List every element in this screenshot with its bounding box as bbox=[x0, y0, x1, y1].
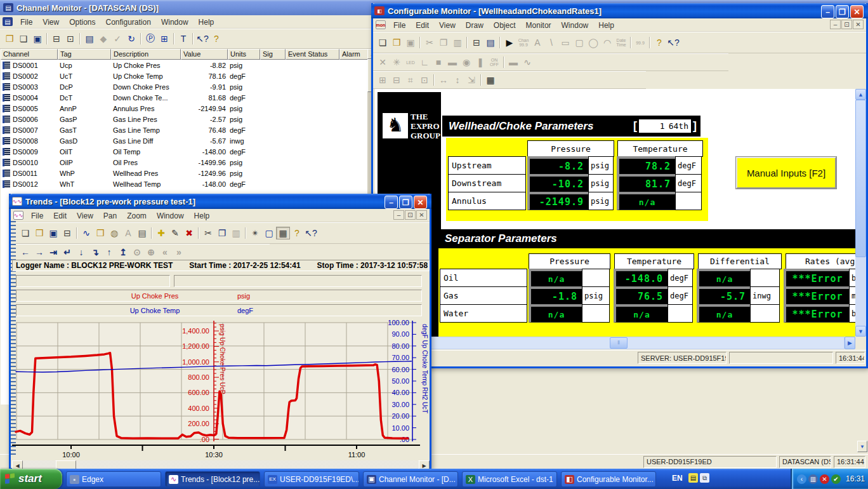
p-circle-icon[interactable]: Ⓟ bbox=[143, 32, 157, 45]
edit-trace-icon[interactable]: ✎ bbox=[168, 227, 182, 239]
zoom-icon[interactable]: ⊙ bbox=[130, 246, 144, 258]
delete-value-icon[interactable]: 99.9 bbox=[633, 36, 647, 49]
open-icon[interactable]: ❒ bbox=[3, 32, 16, 45]
taskbar-button-channel-monitor-d[interactable]: ▣Channel Monitor - [D... bbox=[363, 471, 458, 487]
menu-item-object[interactable]: Object bbox=[489, 20, 521, 31]
window-switch-icon[interactable]: ⧉ bbox=[700, 473, 709, 483]
table-view-icon[interactable]: ▦ bbox=[276, 227, 290, 239]
add-trace-icon[interactable]: ✚ bbox=[154, 227, 168, 239]
notes-icon[interactable]: ▤ bbox=[135, 227, 149, 239]
menu-item-view[interactable]: View bbox=[37, 17, 64, 28]
save-icon[interactable]: ▣ bbox=[46, 227, 60, 239]
pan-end-icon[interactable]: ⇥ bbox=[46, 246, 60, 258]
start-button[interactable]: start bbox=[0, 469, 62, 489]
taskbar-button-configurable-monitor[interactable]: ◧Configurable Monitor... bbox=[561, 471, 656, 487]
context-help-icon[interactable]: ↖? bbox=[666, 36, 680, 49]
menu-item-file[interactable]: File bbox=[388, 20, 411, 31]
maximize-button[interactable]: ❐ bbox=[836, 5, 849, 18]
scroll-down-button[interactable]: ▼ bbox=[855, 326, 866, 337]
mdi-close-button[interactable]: ✕ bbox=[416, 210, 427, 220]
horizontal-scrollbar[interactable]: ◀ ⦀ ▶ bbox=[373, 337, 855, 349]
mdi-minimize-button[interactable]: – bbox=[830, 20, 841, 29]
same-width-icon[interactable]: ↔ bbox=[437, 74, 450, 86]
table-row-ds0006[interactable]: DS0006GasPGas Line Pres-2.57psig bbox=[1, 114, 378, 124]
manual-inputs-button[interactable]: Manual Inputs [F2] bbox=[736, 157, 836, 189]
pan-left-icon[interactable]: ← bbox=[18, 246, 32, 258]
dial-gauge-icon[interactable]: ✕ bbox=[376, 56, 390, 69]
open-logger-icon[interactable]: ❒ bbox=[93, 227, 107, 239]
diamond-icon[interactable]: ◆ bbox=[96, 32, 110, 45]
indicator-icon[interactable]: ◉ bbox=[459, 56, 473, 69]
menu-item-edit[interactable]: Edit bbox=[411, 20, 434, 31]
mdi-scroll-down-button[interactable]: ▼ bbox=[857, 441, 867, 452]
text-tool-icon[interactable]: A bbox=[530, 36, 544, 49]
menu-item-configuration[interactable]: Configuration bbox=[101, 17, 156, 28]
column-header-alarm[interactable]: Alarm bbox=[339, 49, 369, 60]
menu-item-window[interactable]: Window bbox=[152, 210, 189, 222]
menu-item-draw[interactable]: Draw bbox=[461, 20, 489, 31]
sun-gauge-icon[interactable]: ✳ bbox=[390, 56, 404, 69]
language-indicator[interactable]: EN bbox=[672, 474, 683, 483]
table-row-ds0001[interactable]: DS0001UcpUp Choke Pres-8.82psig bbox=[1, 60, 378, 70]
snap-grid-icon[interactable]: ▦ bbox=[483, 74, 497, 86]
new-icon[interactable]: ❏ bbox=[16, 32, 30, 45]
forward-icon[interactable]: » bbox=[172, 246, 186, 258]
paste-icon[interactable]: ▥ bbox=[229, 227, 243, 239]
arc-tool-icon[interactable]: ◠ bbox=[600, 36, 614, 49]
pointer-icon[interactable]: ▶ bbox=[503, 36, 516, 49]
help-icon[interactable]: ? bbox=[290, 227, 304, 239]
align-top-icon[interactable]: ⌗ bbox=[404, 74, 418, 86]
cut-icon[interactable]: ✂ bbox=[423, 36, 437, 49]
column-header-sig[interactable]: Sig bbox=[260, 49, 286, 60]
column-header-units[interactable]: Units bbox=[228, 49, 260, 60]
wizard-icon[interactable]: ✴ bbox=[248, 227, 262, 239]
menu-item-view[interactable]: View bbox=[434, 20, 461, 31]
mdi-close-button[interactable]: ✕ bbox=[853, 20, 864, 29]
display-network-icon[interactable]: ▥ bbox=[808, 474, 818, 484]
table-row-ds0011[interactable]: DS0011WhPWellhead Pres-1249.96psig bbox=[1, 168, 378, 178]
table-row-ds0007[interactable]: DS0007GasTGas Line Temp76.48degF bbox=[1, 124, 378, 135]
bar-meter-icon[interactable]: ❚ bbox=[473, 56, 487, 69]
grid-icon[interactable]: ⊞ bbox=[157, 32, 171, 45]
menu-item-file[interactable]: File bbox=[26, 210, 48, 222]
chart-setup-icon[interactable]: ∿ bbox=[79, 227, 93, 239]
new-icon[interactable]: ❏ bbox=[376, 36, 390, 49]
security-alert-icon[interactable]: ✕ bbox=[820, 474, 829, 484]
filled-square-icon[interactable]: ■ bbox=[431, 56, 445, 69]
scroll-thumb[interactable] bbox=[855, 100, 866, 257]
column-header-description[interactable]: Description bbox=[111, 49, 181, 60]
back-icon[interactable]: « bbox=[158, 246, 172, 258]
pan-down-left-icon[interactable]: ↵ bbox=[60, 246, 74, 258]
column-header-tag[interactable]: Tag bbox=[58, 49, 111, 60]
menu-item-edit[interactable]: Edit bbox=[48, 210, 72, 222]
minimize-button[interactable]: – bbox=[385, 196, 398, 209]
on-off-icon[interactable]: ON OFF bbox=[487, 56, 501, 69]
trends-titlebar[interactable]: ∿∿ Trends - [Block12 pre-work pressure t… bbox=[9, 194, 431, 209]
menu-item-view[interactable]: View bbox=[72, 210, 98, 222]
save-icon[interactable]: ▣ bbox=[404, 36, 418, 49]
print-icon[interactable]: ⊟ bbox=[470, 36, 483, 49]
help-icon[interactable]: ? bbox=[209, 32, 223, 45]
filled-bar-icon[interactable]: ▬ bbox=[445, 56, 459, 69]
table-row-ds0008[interactable]: DS0008GasDGas Line Diff-5.67inwg bbox=[1, 135, 378, 146]
table-row-ds0009[interactable]: DS0009OilTOil Temp-148.00degF bbox=[1, 146, 378, 157]
print-preview-icon[interactable]: ⊡ bbox=[63, 32, 77, 45]
text-icon[interactable]: A bbox=[121, 227, 135, 239]
scroll-thumb[interactable]: ⦀ bbox=[610, 337, 628, 349]
dash-icon[interactable]: ▬ bbox=[506, 56, 520, 69]
close-button[interactable]: ✕ bbox=[414, 196, 427, 209]
taskbar-button-user-dd915f19ed[interactable]: EXUSER-DD915F19ED\... bbox=[264, 471, 359, 487]
taskbar-button-trends-block12-pre[interactable]: ∿Trends - [Block12 pre... bbox=[165, 471, 260, 487]
configurable-monitor-titlebar[interactable]: ◧ Configurable Monitor - [WellheadandCho… bbox=[371, 3, 868, 18]
mdi-restore-button[interactable]: ⊡ bbox=[841, 20, 852, 29]
same-height-icon[interactable]: ↕ bbox=[450, 74, 464, 86]
column-header-value[interactable]: Value bbox=[181, 49, 228, 60]
table-row-ds0004[interactable]: DS0004DcTDown Choke Te...81.68degF bbox=[1, 92, 378, 103]
copy-icon[interactable]: ❐ bbox=[215, 227, 229, 239]
monitor-view-icon[interactable]: ▢ bbox=[262, 227, 276, 239]
taskbar-button-edgex[interactable]: ▪Edgex bbox=[66, 471, 161, 487]
close-button[interactable]: ✕ bbox=[850, 5, 864, 18]
align-right-icon[interactable]: ⊟ bbox=[390, 74, 404, 86]
menu-item-pan[interactable]: Pan bbox=[98, 210, 122, 222]
check-icon[interactable]: ✓ bbox=[110, 32, 124, 45]
